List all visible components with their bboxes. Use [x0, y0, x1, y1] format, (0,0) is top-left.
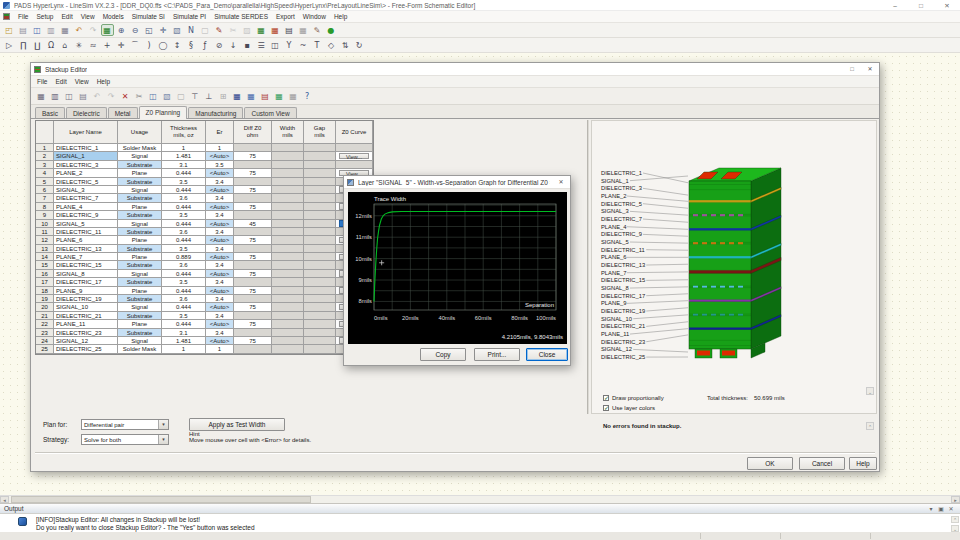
- width-cell[interactable]: [272, 144, 304, 152]
- usage-cell[interactable]: Signal: [118, 186, 162, 194]
- gap-cell[interactable]: [304, 287, 336, 295]
- cancel-button[interactable]: Cancel: [799, 457, 845, 470]
- scroll-right-icon[interactable]: ▸: [951, 496, 960, 503]
- diff-z0-cell[interactable]: 75: [234, 169, 272, 177]
- delete-icon[interactable]: ✕: [119, 90, 132, 102]
- width-cell[interactable]: [272, 287, 304, 295]
- swap-icon[interactable]: ⇅: [339, 39, 352, 51]
- print-icon[interactable]: ▦: [59, 24, 72, 36]
- copy-button[interactable]: Copy: [420, 348, 466, 361]
- probe-icon[interactable]: ✎: [213, 24, 226, 36]
- diff-z0-cell[interactable]: [234, 144, 272, 152]
- stackup-maximize-button[interactable]: □: [843, 63, 861, 75]
- er-cell[interactable]: 3.4: [206, 278, 234, 286]
- layer-name-cell[interactable]: DIELECTRIC_7: [54, 194, 118, 202]
- usage-cell[interactable]: Substrate: [118, 329, 162, 337]
- thickness-cell[interactable]: 3.6: [162, 261, 206, 269]
- thickness-cell[interactable]: 0.444: [162, 220, 206, 228]
- diff-z0-cell[interactable]: [234, 245, 272, 253]
- menu-export[interactable]: Export: [272, 12, 299, 21]
- help-icon[interactable]: ?: [301, 90, 314, 102]
- arc-icon[interactable]: ⌒: [129, 39, 142, 51]
- plane-gray-icon[interactable]: ▦: [297, 24, 310, 36]
- width-cell[interactable]: [272, 220, 304, 228]
- layer-name-cell[interactable]: DIELECTRIC_11: [54, 228, 118, 236]
- form-view-icon[interactable]: ▤: [77, 90, 90, 102]
- thickness-cell[interactable]: 3.1: [162, 161, 206, 169]
- width-cell[interactable]: [272, 278, 304, 286]
- er-cell[interactable]: 1: [206, 144, 234, 152]
- thickness-cell[interactable]: 3.5: [162, 312, 206, 320]
- layer-name-cell[interactable]: SIGNAL_10: [54, 303, 118, 311]
- diff-z0-cell[interactable]: 75: [234, 270, 272, 278]
- tab-metal[interactable]: Metal: [108, 107, 138, 118]
- gap-cell[interactable]: [304, 228, 336, 236]
- func-icon[interactable]: ƒ: [199, 39, 212, 51]
- width-cell[interactable]: [272, 261, 304, 269]
- diff-z0-cell[interactable]: 75: [234, 303, 272, 311]
- sheet-icon[interactable]: ▧: [171, 24, 184, 36]
- er-cell[interactable]: 3.4: [206, 261, 234, 269]
- diff-z0-cell[interactable]: 75: [234, 186, 272, 194]
- layer-name-cell[interactable]: PLANE_4: [54, 203, 118, 211]
- width-cell[interactable]: [272, 329, 304, 337]
- edit-icon[interactable]: ✎: [311, 24, 324, 36]
- layer-name-cell[interactable]: SIGNAL_5: [54, 220, 118, 228]
- z0-graph-plot[interactable]: Trace WidthSeparation12mils11mils10mils9…: [348, 192, 567, 344]
- thickness-cell[interactable]: 1: [162, 144, 206, 152]
- er-cell[interactable]: <Auto>: [206, 337, 234, 345]
- thickness-cell[interactable]: 3.5: [162, 278, 206, 286]
- scroll-left-icon[interactable]: ◂: [0, 496, 9, 503]
- coupler-icon[interactable]: §: [185, 39, 198, 51]
- layer-name-cell[interactable]: DIELECTRIC_3: [54, 161, 118, 169]
- gap-cell[interactable]: [304, 152, 336, 160]
- er-cell[interactable]: <Auto>: [206, 236, 234, 244]
- stub-icon[interactable]: ↕: [171, 39, 184, 51]
- er-cell[interactable]: <Auto>: [206, 152, 234, 160]
- gap-cell[interactable]: [304, 261, 336, 269]
- usage-cell[interactable]: Substrate: [118, 245, 162, 253]
- layer-name-cell[interactable]: DIELECTRIC_5: [54, 178, 118, 186]
- menu-help[interactable]: Help: [330, 12, 351, 21]
- layer-name-cell[interactable]: PLANE_11: [54, 320, 118, 328]
- width-cell[interactable]: [272, 312, 304, 320]
- gap-cell[interactable]: [304, 169, 336, 177]
- bend-icon[interactable]: ): [143, 39, 156, 51]
- diff-z0-cell[interactable]: 45: [234, 220, 272, 228]
- usage-cell[interactable]: Solder Mask: [118, 345, 162, 353]
- gap-cell[interactable]: [304, 253, 336, 261]
- gap-cell[interactable]: [304, 211, 336, 219]
- layer-name-cell[interactable]: DIELECTRIC_25: [54, 345, 118, 353]
- run-icon[interactable]: ▷: [3, 39, 16, 51]
- map-gray-icon[interactable]: ▦: [287, 90, 300, 102]
- er-cell[interactable]: 3.4: [206, 178, 234, 186]
- usage-cell[interactable]: Signal: [118, 152, 162, 160]
- save-icon[interactable]: ◫: [31, 24, 44, 36]
- thickness-cell[interactable]: 0.444: [162, 320, 206, 328]
- gap-cell[interactable]: [304, 278, 336, 286]
- stackup-rows-icon[interactable]: ☰: [255, 39, 268, 51]
- stackup-dark-icon[interactable]: ▤: [283, 24, 296, 36]
- panel-scroll-down-icon[interactable]: ⌄: [866, 387, 874, 395]
- pcb-green-icon[interactable]: ▦: [255, 24, 268, 36]
- usage-cell[interactable]: Substrate: [118, 261, 162, 269]
- menu-file[interactable]: File: [14, 12, 32, 21]
- menu-models[interactable]: Models: [99, 12, 128, 21]
- measure-below-icon[interactable]: ⊥: [203, 90, 216, 102]
- usage-cell[interactable]: Substrate: [118, 228, 162, 236]
- diff-z0-cell[interactable]: [234, 211, 272, 219]
- usage-cell[interactable]: Plane: [118, 169, 162, 177]
- usage-cell[interactable]: Plane: [118, 320, 162, 328]
- ic-icon[interactable]: ∏: [17, 39, 30, 51]
- menu-simulate-si[interactable]: Simulate SI: [128, 12, 169, 21]
- width-cell[interactable]: [272, 169, 304, 177]
- width-cell[interactable]: [272, 245, 304, 253]
- gap-cell[interactable]: [304, 270, 336, 278]
- split-icon[interactable]: ◫: [269, 39, 282, 51]
- minimize-button[interactable]: –: [882, 0, 908, 11]
- thickness-cell[interactable]: 3.5: [162, 211, 206, 219]
- layer-name-cell[interactable]: SIGNAL_3: [54, 186, 118, 194]
- usage-cell[interactable]: Plane: [118, 203, 162, 211]
- usage-cell[interactable]: Plane: [118, 287, 162, 295]
- undo-icon[interactable]: ↶: [91, 90, 104, 102]
